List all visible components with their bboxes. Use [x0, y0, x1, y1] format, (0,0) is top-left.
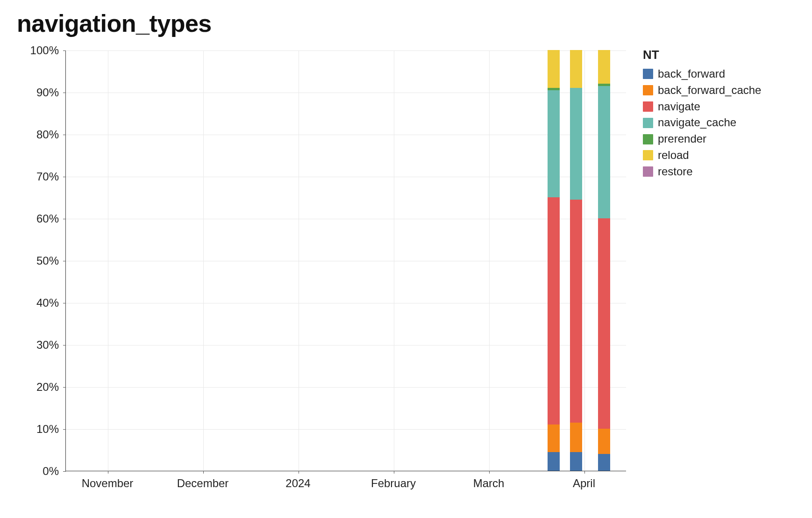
y-tick-mark	[63, 345, 66, 345]
chart-row: 0%10%20%30%40%50%60%70%80%90%100%Novembe…	[14, 46, 793, 495]
x-tick-label: February	[371, 477, 416, 490]
gridline-v	[203, 50, 204, 471]
gridline-h	[66, 135, 626, 135]
gridline-h	[66, 219, 626, 219]
y-tick-mark	[63, 471, 66, 472]
bar-segment-reload	[598, 50, 610, 84]
x-tick-label: March	[473, 477, 505, 490]
y-tick-mark	[63, 50, 66, 51]
bar-column	[548, 50, 560, 471]
legend-swatch	[643, 150, 653, 160]
x-tick-label: November	[82, 477, 134, 490]
x-tick-label: 2024	[285, 477, 310, 490]
y-tick-label: 60%	[14, 212, 59, 225]
bar-segment-reload	[570, 50, 582, 88]
x-tick-label: April	[573, 477, 595, 490]
y-tick-mark	[63, 93, 66, 93]
y-tick-mark	[63, 219, 66, 219]
y-tick-label: 80%	[14, 128, 59, 141]
gridline-h	[66, 93, 626, 93]
bar-segment-back_forward_cache	[598, 429, 610, 454]
x-tick-mark	[394, 471, 394, 474]
gridline-h	[66, 387, 626, 388]
chart-frame: 0%10%20%30%40%50%60%70%80%90%100%Novembe…	[14, 46, 631, 495]
y-tick-mark	[63, 261, 66, 261]
x-tick-mark	[299, 471, 299, 474]
legend-swatch	[643, 85, 653, 95]
y-tick-label: 10%	[14, 423, 59, 436]
y-tick-mark	[63, 177, 66, 177]
legend-swatch	[643, 69, 653, 79]
x-tick-mark	[584, 471, 585, 474]
y-tick-mark	[63, 429, 66, 430]
legend-item-back_forward_cache[interactable]: back_forward_cache	[643, 82, 761, 99]
y-tick-label: 40%	[14, 296, 59, 309]
x-tick-mark	[203, 471, 204, 474]
legend-label: restore	[658, 164, 693, 180]
bar-column	[570, 50, 582, 471]
bar-segment-navigate	[570, 200, 582, 423]
x-tick-mark	[489, 471, 490, 474]
bar-segment-back_forward	[548, 452, 560, 471]
legend-label: navigate_cache	[658, 115, 736, 131]
bar-segment-reload	[548, 50, 560, 88]
bar-segment-back_forward	[570, 452, 582, 471]
legend-label: reload	[658, 147, 689, 164]
legend-swatch	[643, 101, 653, 112]
legend-item-restore[interactable]: restore	[643, 164, 761, 180]
legend: NT back_forwardback_forward_cachenavigat…	[643, 48, 761, 180]
x-tick-label: December	[177, 477, 229, 490]
gridline-v	[394, 50, 394, 471]
legend-label: prerender	[658, 131, 706, 147]
y-tick-label: 100%	[14, 44, 59, 57]
bar-segment-navigate_cache	[570, 88, 582, 200]
legend-label: back_forward	[658, 66, 725, 82]
y-tick-label: 50%	[14, 254, 59, 267]
legend-label: back_forward_cache	[658, 82, 761, 99]
legend-swatch	[643, 166, 653, 177]
gridline-h	[66, 261, 626, 261]
legend-item-prerender[interactable]: prerender	[643, 131, 761, 147]
legend-item-back_forward[interactable]: back_forward	[643, 66, 761, 82]
x-tick-mark	[108, 471, 108, 474]
legend-swatch	[643, 134, 653, 144]
gridline-h	[66, 50, 626, 51]
y-tick-label: 20%	[14, 381, 59, 394]
bar-column	[598, 50, 610, 471]
legend-item-navigate_cache[interactable]: navigate_cache	[643, 115, 761, 131]
legend-label: navigate	[658, 99, 700, 115]
bar-segment-navigate	[598, 218, 610, 429]
gridline-h	[66, 303, 626, 303]
legend-title: NT	[643, 48, 761, 62]
y-tick-label: 30%	[14, 338, 59, 352]
gridline-v	[108, 50, 108, 471]
bar-segment-back_forward_cache	[548, 424, 560, 452]
y-tick-mark	[63, 303, 66, 303]
plot-area	[65, 50, 626, 471]
legend-items: back_forwardback_forward_cachenavigatena…	[643, 66, 761, 180]
gridline-h	[66, 177, 626, 177]
y-tick-label: 0%	[14, 465, 59, 478]
chart-title: navigation_types	[17, 9, 793, 37]
gridline-v	[584, 50, 585, 471]
bar-segment-back_forward	[598, 454, 610, 471]
y-tick-label: 90%	[14, 86, 59, 99]
bar-segment-navigate	[548, 197, 560, 424]
y-tick-mark	[63, 135, 66, 135]
y-tick-label: 70%	[14, 170, 59, 183]
gridline-v	[489, 50, 490, 471]
gridline-v	[299, 50, 299, 471]
legend-item-navigate[interactable]: navigate	[643, 99, 761, 115]
bar-segment-navigate_cache	[598, 86, 610, 219]
gridline-h	[66, 429, 626, 430]
legend-swatch	[643, 118, 653, 128]
gridline-h	[66, 345, 626, 345]
bar-segment-navigate_cache	[548, 90, 560, 198]
legend-item-reload[interactable]: reload	[643, 147, 761, 164]
bar-segment-back_forward_cache	[570, 423, 582, 452]
y-tick-mark	[63, 387, 66, 388]
